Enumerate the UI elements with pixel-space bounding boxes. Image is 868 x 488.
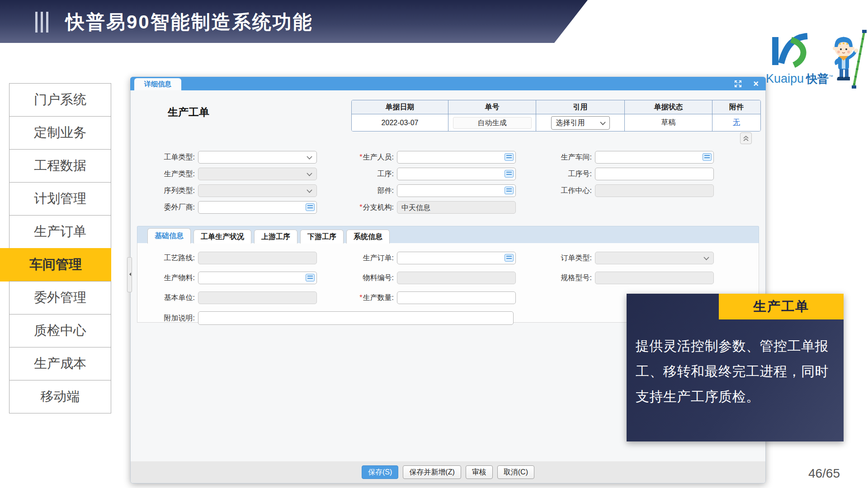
field-label: 生产物料: — [132, 273, 198, 283]
field-label: 工单类型: — [132, 153, 198, 162]
field-select[interactable] — [198, 151, 317, 164]
sidebar-item[interactable]: 生产成本 — [9, 347, 111, 380]
form-field-row: 附加说明: — [132, 311, 514, 325]
doc-table-cell: 自动生成 — [448, 114, 536, 131]
footer-button[interactable]: 审核 — [466, 465, 493, 479]
form-field-row: 生产车间: — [528, 151, 714, 164]
field-input[interactable] — [595, 168, 714, 180]
kp-mark-icon — [768, 33, 813, 70]
doc-table-header: 单据日期 — [352, 100, 448, 114]
additional-note-row: 附加说明: — [132, 311, 514, 329]
lookup-icon[interactable] — [306, 203, 315, 211]
attachment-link[interactable]: 无 — [733, 118, 740, 127]
field-input[interactable] — [397, 184, 516, 197]
tab-item[interactable]: 上游工序 — [254, 230, 297, 244]
field-input[interactable] — [397, 252, 516, 264]
maximize-icon[interactable] — [734, 80, 742, 88]
field-input — [595, 184, 714, 197]
form-field-row: 生产物料: — [132, 272, 317, 284]
header-band: 快普易90智能制造系统功能 — [0, 0, 588, 43]
sidebar-item[interactable]: 移动端 — [9, 380, 111, 413]
field-input — [198, 291, 317, 304]
doc-table-cell: 无 — [712, 114, 760, 131]
field-label: *生产人员: — [330, 153, 397, 162]
reference-select[interactable]: 选择引用 — [551, 116, 610, 130]
logo-text-cn: 快普 — [806, 72, 829, 85]
sidebar-item[interactable]: 质检中心 — [9, 314, 111, 347]
sidebar-item[interactable]: 生产订单 — [9, 215, 111, 249]
sidebar-item[interactable]: 计划管理 — [9, 182, 111, 216]
chevron-down-icon — [307, 156, 312, 160]
field-input: 中天信息 — [397, 201, 516, 214]
slide: 快普易90智能制造系统功能 Kuaipu快普™ — [0, 0, 868, 488]
sidebar-item[interactable]: 委外管理 — [9, 281, 111, 314]
form-field-row: 序列类型: — [132, 184, 317, 197]
doc-table-cell: 选择引用 — [536, 114, 624, 131]
tab-item[interactable]: 下游工序 — [300, 230, 344, 244]
footer-button[interactable]: 保存(S) — [362, 465, 398, 479]
tab-item[interactable]: 工单生产状况 — [193, 230, 251, 244]
form-field-row: *生产人员: — [330, 151, 516, 164]
field-input[interactable] — [595, 151, 714, 164]
panel-collapse-handle[interactable] — [127, 257, 132, 292]
field-label: 部件: — [330, 186, 397, 196]
close-icon[interactable]: × — [753, 79, 759, 88]
window-controls: × — [734, 77, 759, 90]
field-label: 委外厂商: — [132, 203, 198, 212]
chevron-down-icon — [703, 257, 709, 260]
field-input[interactable] — [397, 291, 516, 304]
tab-item[interactable]: 系统信息 — [346, 230, 390, 244]
dialog-tab[interactable]: 详细信息 — [134, 78, 181, 90]
field-label: 生产类型: — [132, 169, 198, 179]
form-field-row: 生产订单: — [330, 252, 516, 264]
required-mark: * — [359, 294, 362, 301]
lookup-icon[interactable] — [703, 153, 712, 161]
sidebar-item[interactable]: 门户系统 — [9, 83, 111, 117]
field-label: 生产车间: — [528, 153, 595, 162]
field-label: 工作中心: — [528, 186, 595, 196]
field-input[interactable] — [198, 311, 514, 325]
page-number: 46/65 — [808, 466, 840, 481]
doc-table-header: 单据状态 — [625, 100, 712, 114]
fields-top-col2: *生产人员:工序:部件:*分支机构:中天信息 — [330, 151, 516, 218]
lookup-icon[interactable] — [505, 187, 514, 194]
form-field-row: 物料编号: — [330, 272, 516, 284]
doc-table-column: 附件无 — [712, 100, 760, 131]
field-input — [397, 272, 516, 284]
chevron-down-icon — [307, 189, 312, 193]
field-input[interactable] — [198, 272, 317, 284]
form-field-row: 规格型号: — [528, 272, 714, 284]
info-panel-body: 提供灵活控制参数、管控工单报工、移转和最终完工进程，同时支持生产工序质检。 — [636, 333, 839, 409]
field-input[interactable] — [397, 168, 516, 180]
footer-button[interactable]: 保存并新增(Z) — [403, 465, 461, 479]
chevron-down-icon — [307, 173, 312, 176]
field-input — [198, 252, 317, 264]
doc-table: 单据日期2022-03-07单号自动生成引用选择引用单据状态草稿附件无 — [351, 100, 761, 131]
field-input[interactable] — [397, 151, 516, 164]
footer-button[interactable]: 取消(C) — [497, 465, 534, 479]
lookup-icon[interactable] — [505, 153, 514, 161]
doc-table-column: 引用选择引用 — [536, 100, 624, 131]
field-label: *分支机构: — [330, 203, 397, 212]
doc-table-column: 单号自动生成 — [448, 100, 536, 131]
required-mark: * — [359, 203, 362, 211]
form-field-row: 工序号: — [528, 168, 714, 180]
form-field-row: 部件: — [330, 184, 516, 197]
fields-top-col3: 生产车间:工序号:工作中心: — [528, 151, 714, 201]
sidebar-item[interactable]: 工程数据 — [9, 149, 111, 183]
lookup-icon[interactable] — [505, 170, 514, 178]
doc-table-header: 引用 — [536, 100, 624, 114]
field-input[interactable] — [198, 201, 317, 214]
lookup-icon[interactable] — [505, 254, 514, 262]
form-field-row: 工作中心: — [528, 184, 714, 197]
collapse-button[interactable] — [740, 132, 752, 144]
sidebar-item[interactable]: 车间管理 — [0, 248, 111, 282]
logo-text: Kuaipu快普™ — [766, 71, 833, 86]
field-label: 附加说明: — [132, 314, 198, 323]
fields-tab-col3: 订单类型:规格型号: — [528, 252, 714, 291]
dialog-titlebar: 详细信息 × — [130, 77, 766, 90]
tab-item[interactable]: 基础信息 — [147, 228, 191, 244]
field-label: 规格型号: — [528, 273, 595, 283]
lookup-icon[interactable] — [306, 274, 315, 282]
sidebar-item[interactable]: 定制业务 — [9, 116, 111, 150]
